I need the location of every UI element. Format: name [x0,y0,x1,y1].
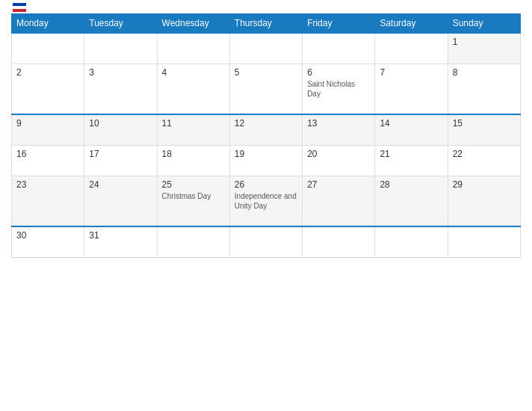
day-number: 3 [89,67,152,78]
weekday-header: Friday [303,14,375,34]
weekday-header: Tuesday [84,14,157,34]
holiday-name: Saint Nicholas Day [307,79,370,99]
calendar-day-cell [229,33,302,64]
day-number: 5 [235,67,297,78]
calendar-day-cell: 31 [84,226,157,258]
day-number: 28 [380,179,442,190]
calendar-day-cell: 9 [12,114,84,146]
calendar-day-cell: 3 [84,64,157,115]
day-number: 15 [453,118,516,129]
calendar-day-cell: 7 [375,64,448,115]
calendar-week-row: 3031 [12,226,521,258]
day-number: 6 [307,67,370,78]
calendar-day-cell: 4 [157,64,229,115]
calendar-week-row: 1 [12,33,521,64]
calendar-day-cell: 17 [84,146,157,176]
calendar-day-cell [303,226,375,258]
calendar-day-cell [229,226,302,258]
day-number: 25 [162,179,225,190]
day-number: 19 [235,149,297,159]
day-number: 24 [89,179,152,190]
day-number: 7 [380,67,442,78]
day-number: 21 [380,149,442,159]
calendar-day-cell: 20 [303,146,375,176]
calendar-day-cell [375,226,448,258]
calendar-day-cell [303,33,375,64]
day-number: 30 [16,230,79,241]
day-number: 4 [162,67,225,78]
calendar-day-cell: 29 [448,176,520,227]
day-number: 16 [16,149,79,159]
calendar-day-cell: 25Christmas Day [157,176,229,227]
calendar-day-cell: 14 [375,114,448,146]
calendar-day-cell: 23 [12,176,84,227]
day-number: 22 [453,149,516,159]
calendar-week-row: 23456Saint Nicholas Day78 [12,64,521,115]
calendar-day-cell: 6Saint Nicholas Day [303,64,375,115]
calendar-day-cell: 22 [448,146,520,176]
calendar-table: MondayTuesdayWednesdayThursdayFridaySatu… [11,13,521,258]
calendar-day-cell: 12 [229,114,302,146]
calendar-day-cell [157,226,229,258]
day-number: 31 [89,230,152,241]
day-number: 12 [235,118,297,129]
calendar-day-cell: 24 [84,176,157,227]
day-number: 23 [16,179,79,190]
weekday-row: MondayTuesdayWednesdayThursdayFridaySatu… [12,14,521,34]
calendar-day-cell [12,33,84,64]
calendar-day-cell [375,33,448,64]
day-number: 1 [453,37,516,47]
calendar-week-row: 16171819202122 [12,146,521,176]
day-number: 27 [307,179,370,190]
day-number: 11 [162,118,225,129]
calendar-header-row: MondayTuesdayWednesdayThursdayFridaySatu… [12,14,521,34]
calendar-day-cell: 18 [157,146,229,176]
day-number: 17 [89,149,152,159]
calendar-day-cell: 8 [448,64,520,115]
holiday-name: Independence and Unity Day [235,191,297,211]
calendar-day-cell: 15 [448,114,520,146]
calendar-day-cell: 21 [375,146,448,176]
day-number: 9 [16,118,79,129]
day-number: 20 [307,149,370,159]
calendar-day-cell: 30 [12,226,84,258]
calendar-body: 123456Saint Nicholas Day7891011121314151… [12,33,521,258]
calendar-day-cell: 1 [448,33,520,64]
calendar-day-cell: 10 [84,114,157,146]
weekday-header: Sunday [448,14,520,34]
calendar-day-cell: 19 [229,146,302,176]
calendar-day-cell [448,226,520,258]
weekday-header: Thursday [229,14,302,34]
calendar-day-cell: 27 [303,176,375,227]
holiday-name: Christmas Day [162,191,225,201]
calendar-day-cell [84,33,157,64]
day-number: 29 [453,179,516,190]
day-number: 13 [307,118,370,129]
day-number: 26 [235,179,297,190]
calendar-day-cell [157,33,229,64]
calendar-day-cell: 5 [229,64,302,115]
calendar-day-cell: 2 [12,64,84,115]
calendar-day-cell: 11 [157,114,229,146]
day-number: 2 [16,67,79,78]
logo-flag-icon [13,3,26,12]
day-number: 18 [162,149,225,159]
weekday-header: Wednesday [157,14,229,34]
weekday-header: Monday [12,14,84,34]
calendar-week-row: 9101112131415 [12,114,521,146]
weekday-header: Saturday [375,14,448,34]
calendar-day-cell: 26Independence and Unity Day [229,176,302,227]
day-number: 14 [380,118,442,129]
calendar-day-cell: 28 [375,176,448,227]
day-number: 10 [89,118,152,129]
calendar-day-cell: 16 [12,146,84,176]
calendar-day-cell: 13 [303,114,375,146]
day-number: 8 [453,67,516,78]
logo [11,3,26,12]
calendar-week-row: 232425Christmas Day26Independence and Un… [12,176,521,227]
